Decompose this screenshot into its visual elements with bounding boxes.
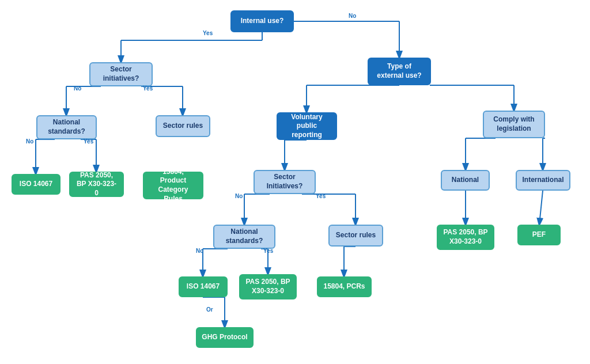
pef-node: PEF [517, 225, 561, 245]
type-external-node: Type of external use? [368, 58, 431, 85]
no-national-std-top-label: No [26, 138, 33, 145]
internal-use-node: Internal use? [230, 10, 294, 32]
sector-rules-lower-node: Sector rules [328, 225, 383, 247]
no-national-std2-label: No [196, 248, 203, 254]
pas-national-node: PAS 2050, BP X30-323-0 [437, 225, 494, 250]
national-std-lower-node: National standards? [213, 225, 275, 249]
yes-sector-init2-label: Yes [316, 193, 326, 199]
voluntary-node: Voluntary public reporting [277, 112, 337, 140]
no-sector-init2-label: No [235, 193, 243, 199]
yes-national-std2-label: Yes [263, 248, 273, 254]
sector-initiatives-node: Sector initiatives? [89, 62, 153, 86]
no-right-label: No [349, 13, 356, 19]
ghg-node: GHG Protocol [196, 327, 254, 348]
no-sector-init-label: No [74, 85, 81, 92]
yes-sector-init-label: Yes [143, 85, 153, 92]
pas-top-node: PAS 2050, BP X30-323-0 [69, 172, 124, 197]
iso-lower-node: ISO 14067 [179, 276, 228, 297]
yes-national-std-top-label: Yes [84, 138, 93, 145]
iso-top-node: ISO 14067 [12, 174, 60, 195]
sector-initiatives-lower-node: Sector Initiatives? [254, 170, 316, 194]
yes-left-label: Yes [203, 30, 213, 36]
national-node: National [441, 170, 490, 191]
flowchart-diagram: Internal use? Yes No Sector initiatives?… [0, 0, 590, 364]
national-std-top-node: National standards? [36, 115, 97, 139]
pas-lower-node: PAS 2050, BP X30-323-0 [239, 274, 297, 299]
svg-line-28 [539, 191, 543, 225]
pcrs-node: 15804, PCRs [317, 276, 372, 297]
or-label: Or [206, 306, 213, 313]
comply-node: Comply with legislation [483, 111, 545, 138]
sector-rules-top-node: Sector rules [156, 115, 210, 137]
pcr-top-node: 15804, Product Category Rules [143, 172, 203, 199]
international-node: International [516, 170, 570, 191]
